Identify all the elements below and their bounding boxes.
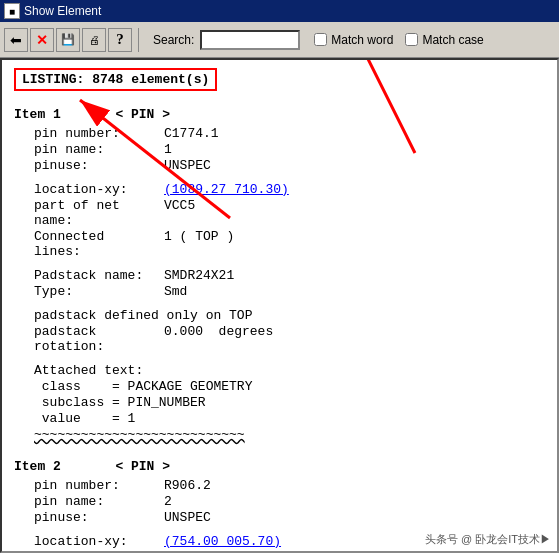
- prop-value: Attached text:: [34, 363, 143, 378]
- prop-value: 1: [164, 142, 172, 157]
- prop-name: pinuse:: [34, 510, 164, 525]
- prop-name: Connected lines:: [34, 229, 164, 259]
- prop-name: pin name:: [34, 142, 164, 157]
- prop-net-name-1: part of net name: VCC5: [34, 198, 545, 228]
- print-btn[interactable]: 🖨: [82, 28, 106, 52]
- prop-padstack-1: Padstack name: SMDR24X21: [34, 268, 545, 283]
- prop-value: C1774.1: [164, 126, 219, 141]
- prop-value: 2: [164, 494, 172, 509]
- help-icon: ?: [116, 31, 124, 48]
- prop-value: R906.2: [164, 478, 211, 493]
- location-link-2[interactable]: (754.00 005.70): [164, 534, 281, 549]
- watermark: 头条号 @ 卧龙会IT技术▶: [421, 530, 555, 549]
- match-word-text: Match word: [331, 33, 393, 47]
- blank-row: [14, 174, 545, 182]
- prop-pin-number-1: pin number: C1774.1: [34, 126, 545, 141]
- prop-pin-name-2: pin name: 2: [34, 494, 545, 509]
- toolbar: ⬅ ✕ 💾 🖨 ? Search: Match word Match case: [0, 22, 559, 58]
- prop-name: pin name:: [34, 494, 164, 509]
- match-word-checkbox[interactable]: [314, 33, 327, 46]
- prop-type-1: Type: Smd: [34, 284, 545, 299]
- prop-pin-name-1: pin name: 1: [34, 142, 545, 157]
- toolbar-separator: [138, 28, 139, 52]
- search-input[interactable]: [200, 30, 300, 50]
- checkbox-group: Match word Match case: [314, 33, 483, 47]
- title-bar-icon: ■: [4, 3, 20, 19]
- save-btn[interactable]: 💾: [56, 28, 80, 52]
- prop-wavy-1: ~~~~~~~~~~~~~~~~~~~~~~~~~~~: [34, 427, 545, 442]
- prop-value-1: value = 1: [34, 411, 545, 426]
- blank-row: [14, 443, 545, 451]
- prop-class-1: class = PACKAGE GEOMETRY: [34, 379, 545, 394]
- blank-row: [14, 300, 545, 308]
- location-link-1[interactable]: (1089.27 710.30): [164, 182, 289, 197]
- prop-value: class = PACKAGE GEOMETRY: [34, 379, 252, 394]
- prop-name: part of net name:: [34, 198, 164, 228]
- prop-value: SMDR24X21: [164, 268, 234, 283]
- prop-pinuse-2: pinuse: UNSPEC: [34, 510, 545, 525]
- prop-value: UNSPEC: [164, 158, 211, 173]
- prop-name: pin number:: [34, 478, 164, 493]
- listing-header: LISTING: 8748 element(s): [14, 68, 217, 91]
- prop-connected-1: Connected lines: 1 ( TOP ): [34, 229, 545, 259]
- prop-value: value = 1: [34, 411, 135, 426]
- prop-pinuse-1: pinuse: UNSPEC: [34, 158, 545, 173]
- prop-value: UNSPEC: [164, 510, 211, 525]
- title-bar: ■ Show Element: [0, 0, 559, 22]
- prop-name: Type:: [34, 284, 164, 299]
- prop-value: padstack defined only on TOP: [34, 308, 252, 323]
- help-btn[interactable]: ?: [108, 28, 132, 52]
- item-2-header: Item 2 < PIN >: [14, 459, 545, 474]
- item-1-header: Item 1 < PIN >: [14, 107, 545, 122]
- match-case-label[interactable]: Match case: [405, 33, 483, 47]
- blank-row: [14, 260, 545, 268]
- close-btn[interactable]: ✕: [30, 28, 54, 52]
- prop-pin-number-2: pin number: R906.2: [34, 478, 545, 493]
- prop-value: subclass = PIN_NUMBER: [34, 395, 206, 410]
- close-icon: ✕: [36, 32, 48, 48]
- prop-subclass-1: subclass = PIN_NUMBER: [34, 395, 545, 410]
- prop-name: pin number:: [34, 126, 164, 141]
- match-case-checkbox[interactable]: [405, 33, 418, 46]
- prop-value: Smd: [164, 284, 187, 299]
- match-word-label[interactable]: Match word: [314, 33, 393, 47]
- main-content[interactable]: LISTING: 8748 element(s) Item 1 < PIN > …: [0, 58, 559, 553]
- print-icon: 🖨: [89, 34, 100, 46]
- prop-name: pinuse:: [34, 158, 164, 173]
- save-icon: 💾: [61, 33, 75, 46]
- prop-name: location-xy:: [34, 182, 164, 197]
- prop-value: (754.00 005.70): [164, 534, 281, 549]
- search-label: Search:: [153, 33, 194, 47]
- prop-value: (1089.27 710.30): [164, 182, 289, 197]
- prop-name: location-xy:: [34, 534, 164, 549]
- prop-name: padstack rotation:: [34, 324, 164, 354]
- prop-value: 1 ( TOP ): [164, 229, 234, 259]
- title-bar-title: Show Element: [24, 4, 101, 18]
- prop-location-1: location-xy: (1089.27 710.30): [34, 182, 545, 197]
- prop-name: Padstack name:: [34, 268, 164, 283]
- prop-value: VCC5: [164, 198, 195, 228]
- prop-padstack-rot-1: padstack rotation: 0.000 degrees: [34, 324, 545, 354]
- arrow-left-btn[interactable]: ⬅: [4, 28, 28, 52]
- blank-row: [14, 355, 545, 363]
- arrow-left-icon: ⬅: [10, 32, 22, 48]
- prop-attached-text-1: Attached text:: [34, 363, 545, 378]
- match-case-text: Match case: [422, 33, 483, 47]
- prop-padstack-only-1: padstack defined only on TOP: [34, 308, 545, 323]
- prop-value: 0.000 degrees: [164, 324, 273, 354]
- wavy-line: ~~~~~~~~~~~~~~~~~~~~~~~~~~~: [34, 427, 245, 442]
- main-wrapper: LISTING: 8748 element(s) Item 1 < PIN > …: [0, 58, 559, 553]
